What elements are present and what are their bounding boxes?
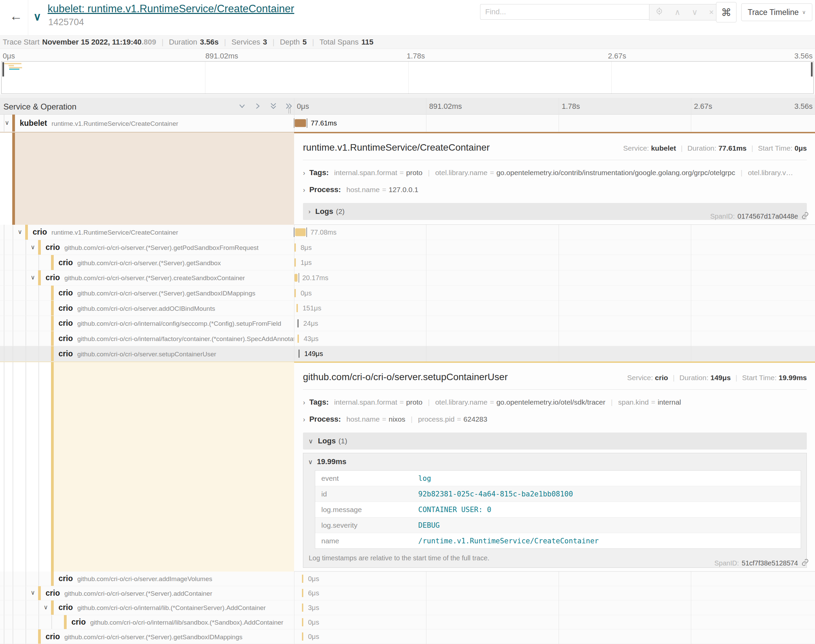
span-duration-bar[interactable] (294, 244, 296, 251)
span-row[interactable]: ∨criogithub.com/cri-o/cri-o/server.(*Ser… (0, 240, 815, 255)
span-duration-bar[interactable] (302, 589, 303, 597)
tags-row[interactable]: › Tags: internal.span.format=proto | ote… (303, 168, 807, 177)
log-field-row: eventlog (315, 471, 801, 486)
separator: | (735, 374, 737, 382)
span-row[interactable]: criogithub.com/cri-o/cri-o/internal/conf… (0, 316, 815, 331)
keyboard-shortcuts-button[interactable]: ⌘ (716, 2, 737, 23)
span-duration-bar[interactable] (294, 274, 297, 282)
span-row[interactable]: criogithub.com/cri-o/cri-o/server.addOCI… (0, 301, 815, 316)
tree-guide (26, 240, 26, 255)
span-service: kubelet (20, 119, 47, 128)
start-time-label: Start Time: (758, 144, 792, 152)
tree-guide (51, 615, 52, 629)
start-time-label: Start Time: (742, 374, 777, 382)
span-duration-bar[interactable] (302, 604, 303, 612)
minimap-canvas[interactable] (2, 61, 813, 94)
span-duration-bar[interactable] (295, 120, 306, 127)
trace-minimap[interactable]: 0μs 891.02ms 1.78s 2.67s 3.56s (0, 49, 815, 95)
tree-guide (26, 301, 26, 316)
row-collapse-icon[interactable]: ∨ (18, 228, 22, 236)
tags-row[interactable]: › Tags: internal.span.format=proto | ote… (303, 398, 807, 407)
copy-link-icon[interactable] (798, 559, 809, 568)
row-collapse-icon[interactable]: ∨ (5, 119, 9, 126)
row-collapse-icon[interactable]: ∨ (31, 274, 35, 281)
chevron-right-icon: › (303, 416, 305, 423)
separator: | (161, 38, 164, 47)
span-row[interactable]: criogithub.com/cri-o/cri-o/server.(*Serv… (0, 629, 815, 644)
tree-guide (12, 316, 13, 331)
services-value: 3 (263, 38, 267, 47)
span-color-bar (51, 346, 54, 361)
span-row[interactable]: criogithub.com/cri-o/cri-o/internal/lib/… (0, 615, 815, 630)
span-color-bar (51, 601, 54, 615)
tree-guide (26, 316, 26, 331)
find-next-icon[interactable]: ∨ (692, 8, 698, 17)
jaeger-trace-view: ← ∨ kubelet: runtime.v1.RuntimeService/C… (0, 0, 815, 644)
tree-guide (38, 316, 39, 331)
span-operation: github.com/cri-o/cri-o/server.(*Server).… (77, 259, 221, 267)
span-duration-bar[interactable] (299, 350, 300, 358)
back-icon[interactable]: ← (9, 9, 23, 23)
span-row[interactable]: criogithub.com/cri-o/cri-o/server.(*Serv… (0, 286, 815, 301)
logs-accordion[interactable]: ∨ Logs (1) (303, 432, 807, 449)
span-operation: github.com/cri-o/cri-o/server.(*Server).… (64, 590, 212, 597)
span-duration-bar[interactable] (297, 304, 298, 312)
duration-label: Duration (169, 38, 197, 47)
span-duration-label: 6μs (308, 589, 319, 597)
chevron-down-icon: ∨ (308, 458, 313, 466)
total-spans-label: Total Spans (320, 38, 359, 47)
span-duration-bar[interactable] (302, 575, 303, 583)
trace-view-selector[interactable]: Trace Timeline ∨ (741, 3, 812, 21)
tree-guide (12, 615, 13, 629)
copy-link-icon[interactable] (798, 212, 809, 221)
span-row[interactable]: criogithub.com/cri-o/cri-o/server.setupC… (0, 346, 815, 362)
span-row[interactable]: ∨crioruntime.v1.RuntimeService/CreateCon… (0, 225, 815, 240)
service-value: kubelet (651, 144, 676, 152)
span-row[interactable]: criogithub.com/cri-o/cri-o/internal/fact… (0, 331, 815, 347)
find-input[interactable] (480, 4, 649, 20)
process-row[interactable]: › Process: host.name=nixos | process.pid… (303, 415, 807, 424)
tree-guide (12, 225, 13, 240)
trace-title-link[interactable]: kubelet: runtime.v1.RuntimeService/Creat… (47, 3, 294, 15)
column-resize-handle[interactable] (288, 107, 291, 113)
span-duration-bar[interactable] (295, 228, 306, 236)
minimap-left-scrubber[interactable] (2, 62, 4, 77)
ruler-tick: 3.56s (794, 102, 813, 111)
row-collapse-icon[interactable]: ∨ (31, 244, 35, 251)
find-clear-icon[interactable]: × (709, 8, 714, 17)
span-duration-bar[interactable] (302, 618, 303, 626)
row-collapse-icon[interactable]: ∨ (31, 589, 35, 597)
span-row[interactable]: ∨criogithub.com/cri-o/cri-o/server.(*Ser… (0, 270, 815, 286)
span-row[interactable]: ∨criogithub.com/cri-o/cri-o/server.(*Ser… (0, 586, 815, 601)
tree-guide (26, 615, 26, 629)
find-controls: ∧ ∨ × (649, 4, 720, 20)
span-row[interactable]: criogithub.com/cri-o/cri-o/server.addIma… (0, 572, 815, 586)
span-id-row: SpanID: 51cf7f38e5128574 (714, 559, 809, 568)
span-service: crio (46, 243, 60, 252)
collapse-all-icon[interactable] (269, 102, 277, 112)
span-duration-bar[interactable] (302, 632, 303, 641)
minimap-right-scrubber[interactable] (811, 62, 813, 77)
process-row[interactable]: › Process: host.name=127.0.0.1 (303, 185, 807, 194)
find-prev-icon[interactable]: ∧ (674, 8, 681, 17)
log-field-value: 92b82381-025c-4a64-815c-ba2e1bb08100 (418, 490, 573, 498)
span-row[interactable]: ∨criogithub.com/cri-o/cri-o/internal/lib… (0, 601, 815, 615)
expand-one-icon[interactable] (254, 102, 262, 112)
span-duration-bar[interactable] (294, 289, 296, 297)
duration-value: 149μs (711, 374, 731, 382)
span-color-bar (51, 572, 54, 586)
span-duration-bar[interactable] (297, 334, 299, 343)
chevron-right-icon: › (308, 208, 310, 215)
span-duration-bar[interactable] (294, 258, 296, 267)
span-row[interactable]: criogithub.com/cri-o/cri-o/server.(*Serv… (0, 255, 815, 270)
collapse-one-icon[interactable] (238, 102, 246, 112)
locate-icon[interactable] (655, 7, 663, 17)
span-boundary-tick (294, 227, 294, 237)
tree-guide (12, 270, 13, 285)
row-collapse-icon[interactable]: ∨ (43, 604, 48, 611)
log-entry-header[interactable]: ∨ 19.99ms (308, 457, 802, 466)
ruler-tick: 891.02ms (429, 102, 462, 111)
collapse-trace-icon[interactable]: ∨ (33, 10, 41, 23)
span-row[interactable]: ∨kubeletruntime.v1.RuntimeService/Create… (0, 115, 815, 132)
span-duration-bar[interactable] (297, 319, 299, 327)
